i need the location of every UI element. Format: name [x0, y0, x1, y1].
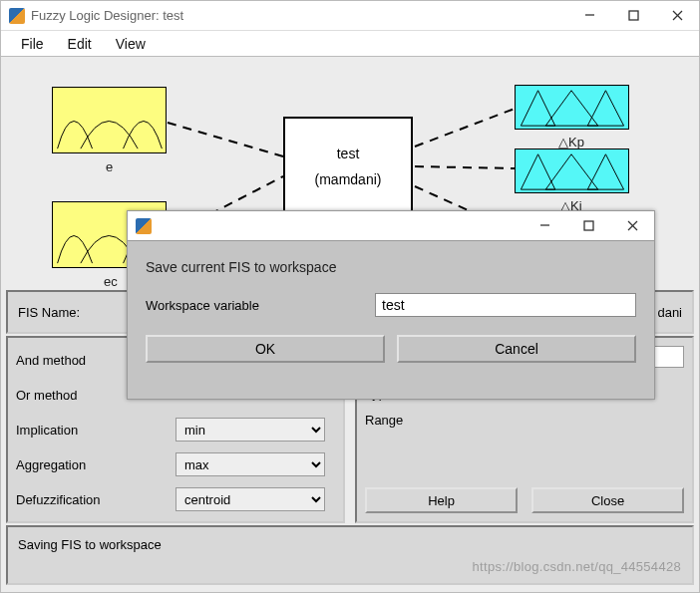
menu-file[interactable]: File [11, 34, 54, 54]
maximize-button[interactable] [611, 1, 655, 31]
dialog-minimize-button[interactable] [523, 211, 566, 241]
output-label-kp: △Kp [558, 135, 584, 149]
input-label-e: e [106, 159, 113, 174]
dialog-maximize-button[interactable] [566, 211, 610, 241]
watermark-text: https://blog.csdn.net/qq_44554428 [473, 559, 681, 574]
implication-select[interactable]: min [175, 418, 325, 442]
status-panel: Saving FIS to workspace [6, 525, 694, 585]
dialog-heading: Save current FIS to workspace [146, 259, 636, 275]
aggregation-select[interactable]: max [175, 452, 325, 476]
range-label: Range [365, 413, 403, 428]
svg-line-4 [168, 123, 283, 156]
save-to-workspace-dialog: Save current FIS to workspace Workspace … [127, 210, 655, 400]
aggregation-label: Aggregation [16, 457, 175, 472]
rule-system-box[interactable]: test (mamdani) [283, 117, 413, 216]
dialog-app-icon [136, 218, 152, 234]
window-buttons [567, 1, 699, 31]
defuzzification-select[interactable]: centroid [175, 487, 325, 511]
menu-edit[interactable]: Edit [58, 34, 102, 54]
window-title: Fuzzy Logic Designer: test [31, 8, 567, 23]
workspace-variable-label: Workspace variable [146, 298, 345, 313]
titlebar: Fuzzy Logic Designer: test [1, 1, 699, 31]
svg-rect-1 [629, 11, 638, 20]
defuzzification-label: Defuzzification [16, 492, 175, 507]
cancel-button[interactable]: Cancel [397, 335, 636, 363]
fis-type-value: dani [657, 305, 682, 320]
main-window: Fuzzy Logic Designer: test File Edit Vie… [0, 0, 700, 593]
implication-label: Implication [16, 423, 175, 438]
svg-line-6 [415, 109, 515, 147]
output-variable-kp[interactable] [515, 85, 629, 130]
menubar: File Edit View [1, 31, 699, 57]
close-app-button[interactable]: Close [531, 487, 684, 513]
menu-view[interactable]: View [106, 34, 156, 54]
minimize-button[interactable] [567, 1, 611, 31]
input-variable-e[interactable] [52, 87, 167, 153]
output-variable-ki[interactable] [515, 148, 629, 193]
system-type-label: (mamdani) [315, 171, 382, 187]
system-name-label: test [337, 146, 360, 161]
input-label-ec: ec [104, 274, 118, 289]
ok-button[interactable]: OK [146, 335, 385, 363]
help-button[interactable]: Help [365, 487, 518, 513]
close-button[interactable] [655, 1, 699, 31]
dialog-titlebar [128, 211, 654, 241]
status-text: Saving FIS to workspace [18, 537, 162, 552]
app-icon [9, 8, 25, 24]
dialog-close-button[interactable] [610, 211, 654, 241]
workspace-variable-input[interactable] [375, 293, 636, 317]
svg-line-7 [415, 166, 515, 168]
svg-rect-10 [584, 221, 593, 230]
